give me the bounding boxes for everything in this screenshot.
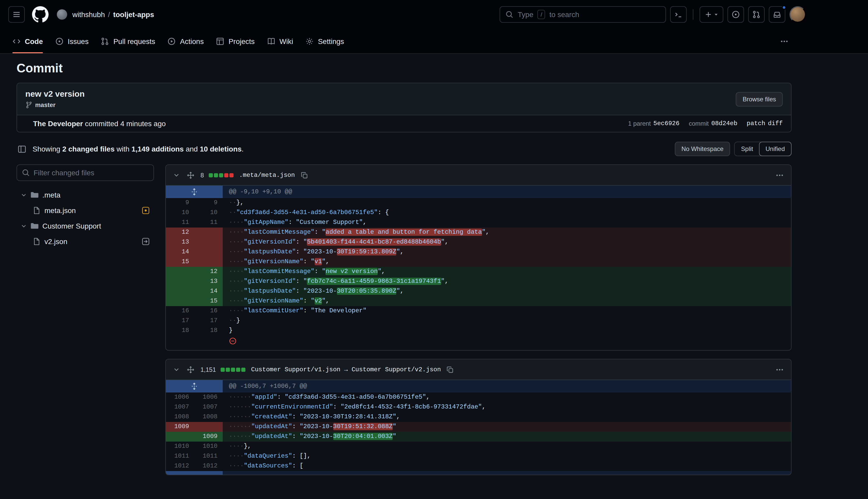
file-options-button[interactable] — [775, 170, 785, 180]
header-actions: Type / to search — [500, 6, 806, 23]
old-line-number[interactable] — [166, 267, 194, 277]
new-line-number[interactable]: 13 — [194, 277, 223, 287]
new-line-number[interactable]: 10 — [194, 208, 223, 218]
old-line-number[interactable]: 1011 — [166, 451, 194, 461]
diffstat-square — [229, 173, 233, 177]
inbox-button[interactable] — [769, 6, 785, 23]
expand-hunk-button[interactable] — [166, 380, 223, 392]
old-line-number[interactable]: 1012 — [166, 461, 194, 471]
new-line-number[interactable]: 16 — [194, 306, 223, 316]
new-line-number[interactable] — [194, 422, 223, 432]
tab-wiki[interactable]: Wiki — [263, 29, 297, 53]
patch-link[interactable]: patch — [746, 120, 765, 127]
diff-line: 12····"lastCommitMessage": "added a tabl… — [166, 228, 791, 238]
new-line-number[interactable]: 1011 — [194, 451, 223, 461]
tab-label: Actions — [180, 37, 204, 45]
new-line-number[interactable]: 14 — [194, 287, 223, 296]
collapse-file-button[interactable] — [172, 365, 181, 374]
tree-folder-customer-support[interactable]: Customer Support — [16, 218, 154, 234]
new-line-number[interactable]: 1007 — [194, 402, 223, 412]
new-line-number[interactable] — [194, 228, 223, 238]
browse-files-button[interactable]: Browse files — [736, 92, 783, 106]
hamburger-menu-button[interactable] — [8, 6, 25, 23]
file-tree-toggle-button[interactable] — [16, 144, 27, 154]
tree-folder-meta[interactable]: .meta — [16, 187, 154, 203]
search-icon — [505, 10, 514, 19]
old-line-number[interactable]: 12 — [166, 228, 194, 238]
old-line-number[interactable]: 11 — [166, 218, 194, 228]
collapse-file-button[interactable] — [172, 171, 181, 180]
old-line-number[interactable]: 1009 — [166, 422, 194, 432]
tab-pull-requests[interactable]: Pull requests — [97, 29, 160, 53]
issues-header-button[interactable] — [728, 6, 744, 23]
old-line-number[interactable]: 1006 — [166, 392, 194, 402]
new-line-number[interactable]: 15 — [194, 296, 223, 306]
tab-projects[interactable]: Projects — [212, 29, 259, 53]
new-line-number[interactable]: 1006 — [194, 392, 223, 402]
diff-line: 15····"gitVersionName": "v2", — [166, 296, 791, 306]
split-view-button[interactable]: Split — [735, 142, 759, 156]
old-line-number[interactable]: 14 — [166, 247, 194, 257]
new-line-number[interactable] — [194, 247, 223, 257]
no-whitespace-button[interactable]: No Whitespace — [675, 142, 730, 156]
whitespace-dots: ···· — [229, 462, 244, 470]
branch-name[interactable]: master — [35, 101, 55, 109]
global-search-input[interactable]: Type / to search — [500, 6, 666, 23]
old-line-number[interactable]: 1008 — [166, 412, 194, 422]
breadcrumb-owner-link[interactable]: withshubh — [72, 10, 105, 19]
tab-code[interactable]: Code — [8, 29, 47, 53]
drag-move-icon[interactable] — [186, 364, 196, 375]
chevron-down-icon — [21, 223, 27, 229]
diff-file-panel-2: 1,151 Customer Support/v1.json → Custome… — [165, 359, 792, 475]
new-line-number[interactable]: 11 — [194, 218, 223, 228]
old-line-number[interactable] — [166, 277, 194, 287]
user-avatar[interactable] — [790, 6, 806, 23]
old-line-number[interactable]: 17 — [166, 316, 194, 326]
modified-status-icon — [141, 206, 150, 215]
old-line-number[interactable]: 1007 — [166, 402, 194, 412]
diff-link[interactable]: diff — [768, 120, 783, 127]
old-line-number[interactable] — [166, 287, 194, 296]
create-new-button[interactable] — [700, 6, 723, 23]
old-line-number[interactable]: 10 — [166, 208, 194, 218]
new-line-number[interactable]: 18 — [194, 326, 223, 336]
copy-path-button[interactable] — [445, 365, 455, 374]
new-line-number[interactable]: 17 — [194, 316, 223, 326]
tab-issues[interactable]: Issues — [51, 29, 93, 53]
new-line-number[interactable]: 1008 — [194, 412, 223, 422]
old-line-number[interactable] — [166, 432, 194, 442]
new-line-number[interactable]: 1012 — [194, 461, 223, 471]
tab-settings[interactable]: Settings — [301, 29, 348, 53]
old-line-number[interactable]: 15 — [166, 257, 194, 267]
pull-requests-header-button[interactable] — [748, 6, 765, 23]
new-line-number[interactable]: 9 — [194, 198, 223, 208]
old-line-number[interactable]: 9 — [166, 198, 194, 208]
drag-move-icon[interactable] — [186, 170, 196, 180]
old-line-number[interactable]: 13 — [166, 238, 194, 247]
unified-view-button[interactable]: Unified — [759, 142, 792, 156]
old-line-number[interactable]: 16 — [166, 306, 194, 316]
new-line-number[interactable] — [194, 257, 223, 267]
github-logo[interactable] — [32, 6, 49, 23]
filter-changed-files-input[interactable] — [16, 165, 154, 181]
old-line-number[interactable] — [166, 296, 194, 306]
new-line-number[interactable]: 12 — [194, 267, 223, 277]
new-line-number[interactable]: 1010 — [194, 442, 223, 451]
tab-label: Settings — [318, 37, 344, 45]
nav-overflow-button[interactable] — [778, 35, 791, 47]
command-palette-button[interactable] — [670, 6, 687, 23]
old-line-number[interactable]: 1010 — [166, 442, 194, 451]
tree-file-meta-json[interactable]: meta.json — [16, 203, 154, 218]
tree-file-v2-json[interactable]: v2.json — [16, 234, 154, 249]
new-line-number[interactable] — [194, 238, 223, 247]
new-line-number[interactable]: 1009 — [194, 432, 223, 442]
file-options-button[interactable] — [775, 364, 785, 375]
expand-hunk-button[interactable] — [166, 186, 223, 198]
old-line-number[interactable]: 18 — [166, 326, 194, 336]
tab-label: Pull requests — [113, 37, 155, 45]
parent-sha-link[interactable]: 5ec6926 — [653, 120, 679, 127]
copy-path-button[interactable] — [299, 170, 309, 180]
diff-line: 10071007······"currentEnvironmentId": "2… — [166, 402, 791, 412]
tab-actions[interactable]: Actions — [164, 29, 208, 53]
breadcrumb-repo-link[interactable]: tooljet-apps — [113, 10, 154, 19]
